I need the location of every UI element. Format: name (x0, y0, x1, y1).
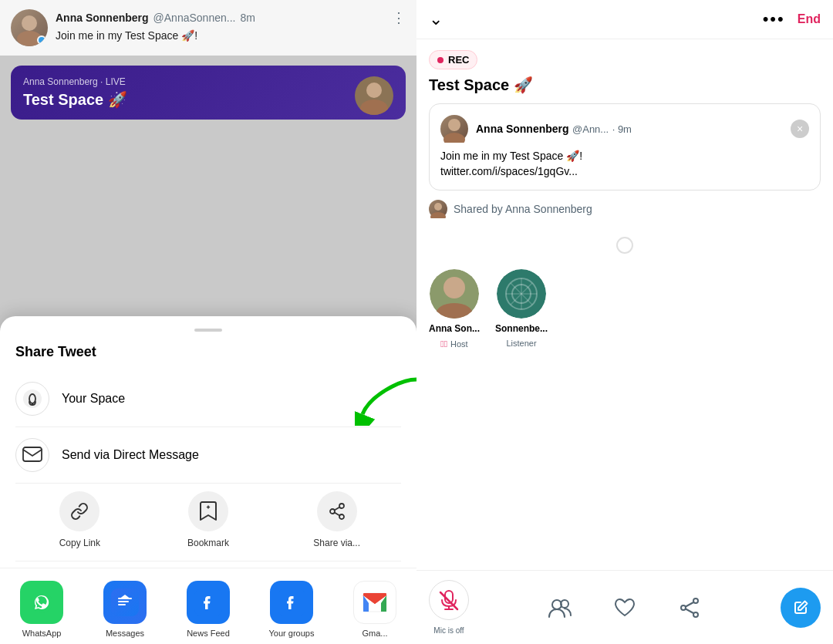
shared-tweet-close[interactable]: × (791, 120, 809, 138)
share-via-share[interactable]: Share via... (272, 491, 401, 548)
mic-off-icon: 🎙̸ (440, 339, 447, 349)
share-via-label: Share via... (313, 538, 360, 548)
rec-badge: REC (429, 50, 477, 69)
shared-tweet-name: Anna Sonnenberg (476, 123, 569, 135)
more-options-icon[interactable]: ••• (763, 9, 785, 29)
copy-link-icon (59, 491, 99, 531)
your-space-label: Your Space (62, 392, 125, 406)
more-icon[interactable]: ⋮ (392, 9, 406, 26)
tweet-time: 8m (240, 12, 255, 24)
shared-tweet-avatar (440, 115, 468, 143)
svg-point-9 (339, 504, 344, 508)
tweet-author-name: Anna Sonnenberg (56, 12, 149, 24)
svg-point-2 (366, 83, 382, 98)
participant-listener-name: Sonnenbe... (495, 323, 548, 334)
participant-listener[interactable]: Sonnenbe... Listener (495, 269, 548, 349)
svg-point-22 (448, 119, 460, 131)
online-indicator (37, 35, 46, 45)
svg-point-0 (22, 15, 37, 31)
mic-button[interactable] (429, 580, 469, 620)
bookmark-icon (188, 491, 228, 531)
right-bottom-bar: Mic is off (416, 570, 833, 644)
bottom-actions (469, 591, 781, 625)
bg-space-title: Test Space 🚀 (23, 90, 393, 109)
svg-point-25 (430, 212, 446, 218)
share-via-copy-link[interactable]: Copy Link (15, 491, 144, 548)
messages-label: Messages (106, 629, 144, 638)
end-button[interactable]: End (798, 12, 821, 26)
copy-link-label: Copy Link (59, 538, 100, 548)
bookmark-label: Bookmark (187, 538, 229, 548)
participant-host-name: Anna Son... (429, 323, 480, 334)
svg-point-14 (31, 592, 52, 613)
svg-line-45 (686, 602, 693, 607)
shared-tweet-meta: Anna Sonnenberg @Ann... · 9m (476, 122, 632, 136)
left-panel: Anna Sonnenberg @AnnaSonnen... 8m ⋮ Join… (0, 0, 416, 644)
whatsapp-label: WhatsApp (22, 629, 62, 638)
share-button[interactable] (673, 591, 707, 625)
share-divider-3 (15, 561, 401, 561)
share-via-bookmark[interactable]: Bookmark (144, 491, 273, 548)
share-via-grid: Copy Link Bookmark (0, 484, 416, 561)
shared-tweet-header: Anna Sonnenberg @Ann... · 9m × (440, 115, 809, 143)
bg-space-avatar (355, 76, 393, 115)
app-whatsapp[interactable]: WhatsApp (0, 581, 83, 638)
share-option-dm[interactable]: Send via Direct Message (0, 427, 416, 483)
mic-button-wrap: Mic is off (429, 580, 469, 635)
share-option-your-space[interactable]: Your Space (0, 371, 416, 427)
tweet-header: Anna Sonnenberg @AnnaSonnen... 8m ⋮ (56, 9, 406, 26)
svg-point-23 (443, 133, 465, 143)
svg-point-10 (330, 509, 335, 514)
svg-point-43 (681, 605, 686, 610)
chevron-down-icon[interactable]: ⌄ (429, 9, 443, 29)
gmail-icon (353, 581, 396, 624)
app-your-groups[interactable]: Your groups (250, 581, 333, 638)
svg-line-13 (334, 507, 339, 511)
right-topbar: ⌄ ••• End (416, 0, 833, 39)
gmail-label: Gma... (362, 629, 387, 638)
tweet-content: Anna Sonnenberg @AnnaSonnen... 8m ⋮ Join… (56, 9, 406, 42)
shared-tweet-handle: @Ann... (572, 123, 609, 135)
your-groups-label: Your groups (269, 629, 315, 638)
compose-button[interactable] (781, 588, 821, 628)
svg-point-27 (443, 277, 465, 298)
bg-space-author: Anna Sonnenberg · LIVE (23, 76, 393, 87)
app-news-feed[interactable]: News Feed (167, 581, 250, 638)
app-messages[interactable]: Messages (83, 581, 167, 638)
bg-space-card[interactable]: Anna Sonnenberg · LIVE Test Space 🚀 (11, 66, 406, 120)
loading-circle (616, 237, 633, 254)
shared-tweet-time: · 9m (612, 123, 632, 135)
participant-listener-role: Listener (506, 339, 536, 348)
participant-host-role: 🎙̸ Host (440, 339, 467, 349)
shared-by-text: Shared by Anna Sonnenberg (454, 203, 592, 215)
rec-dot (437, 57, 443, 63)
app-gmail[interactable]: Gma... (333, 581, 416, 638)
participant-host[interactable]: Anna Son... 🎙̸ Host (429, 269, 480, 349)
app-icons-row: WhatsApp (0, 568, 416, 644)
green-arrow-icon (355, 372, 416, 426)
tweet-author-handle: @AnnaSonnen... (153, 12, 236, 24)
news-feed-label: News Feed (187, 629, 230, 638)
svg-line-46 (686, 609, 693, 613)
svg-rect-18 (118, 604, 126, 605)
share-sheet: Share Tweet Your Space (0, 316, 416, 644)
rec-label: REC (448, 54, 469, 66)
tweet-text: Join me in my Test Space 🚀! (56, 29, 406, 42)
mic-off-label: Mic is off (433, 626, 464, 635)
bg-tweet: Anna Sonnenberg @AnnaSonnen... 8m ⋮ Join… (0, 0, 416, 56)
svg-point-3 (360, 99, 388, 115)
shared-tweet-text: Join me in my Test Space 🚀!twitter.com/i… (440, 149, 809, 179)
people-button[interactable] (543, 591, 577, 625)
right-panel: ⌄ ••• End REC Test Space 🚀 Anna Sonnenbe… (416, 0, 833, 644)
share-sheet-title: Share Tweet (0, 344, 416, 360)
participants-section: Anna Son... 🎙̸ Host Sonnenbe (416, 260, 833, 359)
svg-rect-8 (23, 447, 42, 461)
participant-host-avatar (430, 269, 479, 319)
svg-point-24 (434, 203, 442, 211)
heart-button[interactable] (608, 591, 642, 625)
share-via-icon (317, 491, 357, 531)
svg-rect-17 (118, 601, 129, 602)
shared-by: Shared by Anna Sonnenberg (416, 200, 833, 231)
loading-indicator (416, 231, 833, 260)
bg-avatar (11, 9, 48, 46)
